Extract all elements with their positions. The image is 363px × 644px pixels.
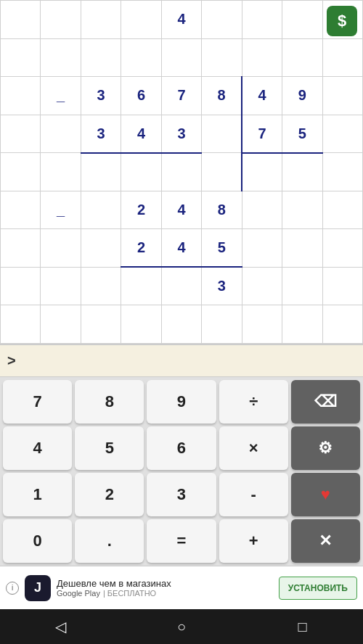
grid-cell[interactable]	[322, 191, 363, 229]
grid-cell[interactable]	[242, 38, 282, 77]
grid-cell[interactable]: 4	[161, 229, 201, 268]
grid-cell[interactable]	[81, 1, 121, 39]
grid-cell[interactable]	[81, 267, 121, 305]
grid-cell[interactable]	[202, 153, 242, 191]
grid-cell[interactable]	[41, 267, 81, 305]
key-multiply[interactable]: ×	[219, 426, 288, 470]
grid-cell[interactable]	[282, 229, 322, 268]
grid-cell[interactable]	[242, 153, 282, 191]
grid-cell[interactable]	[282, 153, 322, 191]
key-8[interactable]: 8	[75, 380, 144, 424]
key-subtract[interactable]: -	[219, 473, 288, 516]
grid-cell[interactable]	[242, 229, 282, 268]
grid-cell[interactable]	[1, 229, 41, 268]
grid-cell[interactable]	[282, 1, 322, 39]
grid-cell[interactable]	[1, 153, 41, 191]
key-equals[interactable]: =	[147, 519, 216, 563]
dollar-button[interactable]: $	[327, 6, 357, 36]
grid-cell[interactable]	[1, 38, 41, 77]
grid-cell[interactable]	[121, 267, 161, 305]
ad-install-button[interactable]: УСТАНОВИТЬ	[279, 577, 357, 600]
key-close[interactable]: ✕	[291, 519, 360, 563]
grid-cell[interactable]	[242, 1, 282, 39]
grid-cell[interactable]	[282, 38, 322, 77]
nav-home-button[interactable]: ○	[163, 619, 200, 635]
nav-back-button[interactable]: ◁	[42, 618, 78, 635]
grid-cell[interactable]	[242, 191, 282, 229]
key-6[interactable]: 6	[147, 426, 216, 470]
grid-cell[interactable]	[161, 153, 201, 191]
key-settings[interactable]: ⚙	[291, 426, 360, 470]
ad-info-button[interactable]: i	[6, 582, 19, 595]
grid-cell[interactable]	[121, 1, 161, 39]
key-2[interactable]: 2	[75, 473, 144, 516]
grid-cell[interactable]: 5	[202, 229, 242, 268]
grid-cell[interactable]: 5	[282, 115, 322, 153]
grid-cell[interactable]: 3	[81, 77, 121, 115]
grid-cell[interactable]	[322, 115, 363, 153]
grid-cell[interactable]	[202, 38, 242, 77]
grid-cell[interactable]: 7	[242, 115, 282, 153]
grid-cell[interactable]: 4	[121, 115, 161, 153]
grid-cell[interactable]	[202, 1, 242, 39]
key-7[interactable]: 7	[3, 380, 72, 424]
grid-cell[interactable]	[1, 267, 41, 305]
grid-cell[interactable]	[202, 115, 242, 153]
grid-cell[interactable]	[1, 77, 41, 115]
grid-cell[interactable]: 8	[202, 77, 242, 115]
grid-cell[interactable]: 4	[161, 191, 201, 229]
grid-cell[interactable]: 6	[121, 77, 161, 115]
key-0[interactable]: 0	[3, 519, 72, 563]
grid-cell[interactable]	[242, 267, 282, 305]
grid-cell[interactable]	[322, 305, 363, 344]
grid-cell[interactable]	[121, 153, 161, 191]
grid-cell[interactable]	[41, 153, 81, 191]
grid-cell[interactable]: _	[41, 77, 81, 115]
grid-cell[interactable]: 9	[282, 77, 322, 115]
grid-cell[interactable]	[81, 153, 121, 191]
grid-cell[interactable]	[322, 229, 363, 268]
key-add[interactable]: +	[219, 519, 288, 563]
grid-cell[interactable]	[41, 1, 81, 39]
grid-cell[interactable]	[282, 267, 322, 305]
grid-cell[interactable]	[242, 305, 282, 344]
key-backspace[interactable]: ⌫	[291, 380, 360, 424]
grid-cell[interactable]	[1, 1, 41, 39]
grid-cell[interactable]: _	[41, 191, 81, 229]
grid-cell[interactable]: 3	[161, 115, 201, 153]
key-3[interactable]: 3	[147, 473, 216, 516]
grid-cell[interactable]	[322, 38, 363, 77]
grid-cell[interactable]	[81, 305, 121, 344]
grid-cell[interactable]: 7	[161, 77, 201, 115]
grid-cell[interactable]	[41, 38, 81, 77]
input-row[interactable]: >	[0, 344, 363, 377]
grid-cell[interactable]	[81, 229, 121, 268]
grid-cell[interactable]	[282, 305, 322, 344]
nav-recent-button[interactable]: □	[285, 619, 321, 635]
key-1[interactable]: 1	[3, 473, 72, 516]
grid-cell[interactable]: 3	[202, 267, 242, 305]
grid-cell[interactable]	[121, 305, 161, 344]
grid-cell[interactable]: 4	[242, 77, 282, 115]
grid-cell[interactable]: 8	[202, 191, 242, 229]
grid-cell[interactable]	[161, 305, 201, 344]
grid-cell[interactable]	[1, 191, 41, 229]
key-dot[interactable]: .	[75, 519, 144, 563]
grid-cell[interactable]	[322, 153, 363, 191]
grid-cell[interactable]	[161, 267, 201, 305]
key-heart[interactable]: ♥	[291, 473, 360, 516]
grid-cell[interactable]	[41, 305, 81, 344]
grid-cell[interactable]	[322, 77, 363, 115]
grid-cell[interactable]	[121, 38, 161, 77]
grid-cell[interactable]	[81, 38, 121, 77]
grid-cell[interactable]	[1, 115, 41, 153]
grid-cell[interactable]	[282, 191, 322, 229]
grid-cell[interactable]: 3	[81, 115, 121, 153]
grid-cell[interactable]	[161, 38, 201, 77]
grid-cell[interactable]: 4	[161, 1, 201, 39]
key-5[interactable]: 5	[75, 426, 144, 470]
key-4[interactable]: 4	[3, 426, 72, 470]
grid-cell[interactable]	[41, 229, 81, 268]
grid-cell[interactable]	[81, 191, 121, 229]
grid-cell[interactable]	[322, 267, 363, 305]
